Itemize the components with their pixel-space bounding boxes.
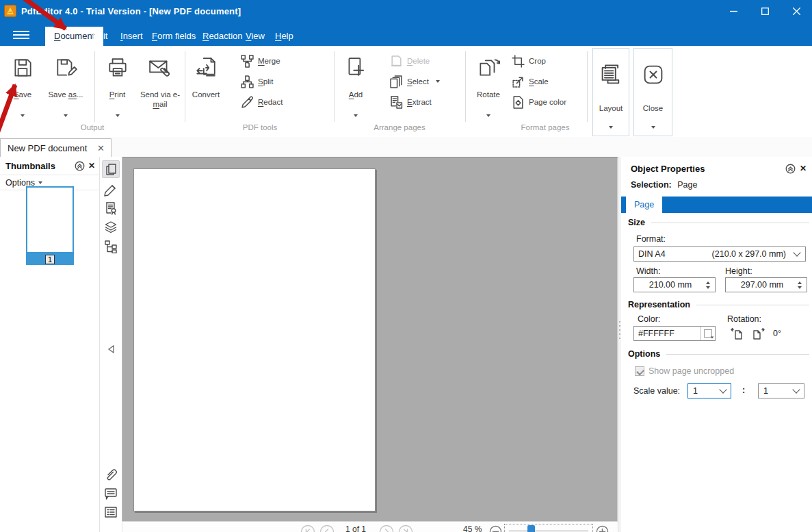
page-color-button[interactable]: Page color [512,95,566,109]
format-select[interactable]: DIN A4 (210.0 x 297.0 mm) [633,246,806,262]
scale-denominator-value: 1 [763,386,768,396]
status-navigation-bar: 1 of 1 45 % [122,521,618,532]
crop-pages-button[interactable]: Crop [512,54,546,68]
document-tab[interactable]: New PDF document ✕ [0,138,112,157]
split-icon [241,75,254,88]
pdf-page[interactable] [133,168,376,511]
sidebar-tab-thumbnails[interactable] [102,160,120,178]
add-dropdown-caret[interactable] [354,114,358,117]
zoom-in-button[interactable] [596,525,609,532]
zoom-slider[interactable] [504,524,593,532]
redact-button[interactable]: Redact [241,95,283,109]
delete-page-button: Delete [390,54,430,68]
save-button[interactable]: Save [1,46,44,135]
document-tab-bar: New PDF document ✕ [0,137,812,157]
thumbnails-panel: Thumbnails ✕ Options 1 [0,157,100,532]
layout-icon [599,62,623,87]
save-as-dropdown-caret[interactable] [64,114,68,117]
height-input[interactable]: 297.00 mm [725,277,807,292]
merge-button[interactable]: Merge [241,54,280,68]
minimize-button[interactable] [718,0,749,22]
rotate-dropdown-caret[interactable] [486,114,490,117]
ribbon-separator [587,51,588,122]
layout-button[interactable]: Layout [592,48,629,136]
fields-list-icon[interactable] [102,503,120,521]
page-thumbnail-preview[interactable] [26,186,74,253]
sidebar-tab-annotations[interactable] [102,181,120,199]
first-page-button[interactable] [300,524,315,532]
select-pages-button[interactable]: Select [390,75,440,88]
page-thumbnail[interactable]: 1 [26,186,74,265]
height-value: 297.00 mm [741,280,784,290]
select-pages-icon [390,75,403,88]
maximize-button[interactable] [749,0,781,22]
scale-pages-button[interactable]: Scale [512,75,549,88]
scale-denominator-select[interactable]: 1 [758,383,804,398]
format-value: DIN A4 [638,249,666,259]
zoom-out-button[interactable] [489,525,502,532]
properties-close-icon[interactable]: ✕ [800,164,807,173]
selection-value: Page [677,180,697,190]
thumbnails-collapse-icon[interactable] [75,161,85,171]
close-document-icon [641,62,666,87]
save-dropdown-caret[interactable] [21,114,25,117]
page-indicator: 1 of 1 [345,524,366,532]
tab-page[interactable]: Page [626,197,662,213]
zoom-slider-handle[interactable] [527,525,535,532]
close-document-button[interactable]: Close [633,48,672,136]
merge-icon [241,55,254,68]
select-dropdown-caret[interactable] [436,80,440,83]
color-label: Color: [638,314,660,324]
add-page-button[interactable]: Add [335,46,376,135]
save-as-button[interactable]: Save as... [44,46,88,135]
sidebar-toolbar [100,157,122,532]
properties-collapse-icon[interactable] [785,164,796,174]
close-dropdown-caret[interactable] [651,126,655,129]
page-color-value: #FFFFFF [638,329,675,338]
document-tab-label: New PDF document [8,143,87,153]
sidebar-tab-structure[interactable] [102,238,120,255]
rotate-right-button[interactable] [751,327,765,341]
format-dimensions: (210.0 x 297.0 mm) [712,249,786,259]
width-input[interactable]: 210.00 mm [633,277,716,292]
color-picker-button[interactable] [700,327,715,340]
title-bar: PdfEditor 4.0 - Trial Version - [New PDF… [0,0,812,22]
attachments-icon[interactable] [102,466,120,484]
convert-button[interactable]: Convert [186,46,226,135]
pdf-editor-window: PdfEditor 4.0 - Trial Version - [New PDF… [0,0,812,532]
show-uncropped-checkbox[interactable] [635,366,644,376]
width-stepper[interactable] [703,278,713,292]
split-button[interactable]: Split [241,75,273,88]
save-as-icon [54,56,77,79]
height-stepper[interactable] [794,278,805,292]
print-dropdown-caret[interactable] [116,114,120,117]
rotate-pages-button[interactable]: Rotate [468,46,509,135]
print-button[interactable]: Print [96,46,138,135]
scale-numerator-select[interactable]: 1 [687,383,731,398]
page-thumbnail-label: 1 [26,253,74,265]
hamburger-menu-button[interactable] [13,31,29,39]
previous-page-button[interactable] [319,524,335,532]
scale-numerator-value: 1 [693,386,698,396]
rotate-left-button[interactable] [731,327,744,341]
layout-dropdown-caret[interactable] [609,126,613,129]
sidebar-tab-layers[interactable] [102,218,120,236]
page-color-input[interactable]: #FFFFFF [633,326,716,341]
menu-bar: Document Edit Insert Form fields Redacti… [0,22,812,46]
scale-separator: : [742,385,745,395]
document-canvas[interactable]: 1 of 1 45 % [122,157,618,532]
send-email-button[interactable]: Send via e-mail [138,46,182,135]
convert-icon [194,56,218,79]
menu-tab-help[interactable]: Help [266,27,302,46]
collapse-sidebar-button[interactable] [102,340,120,358]
options-section-heading: Options [628,349,660,359]
ribbon-separator [334,51,335,122]
close-button[interactable] [781,0,812,22]
thumbnails-close-icon[interactable]: ✕ [88,161,95,170]
document-tab-close-icon[interactable]: ✕ [97,143,105,153]
next-page-button[interactable] [379,524,394,532]
extract-pages-button[interactable]: Extract [390,95,432,109]
sidebar-tab-signatures[interactable] [102,199,120,217]
comments-icon[interactable] [102,485,120,503]
last-page-button[interactable] [398,524,413,532]
